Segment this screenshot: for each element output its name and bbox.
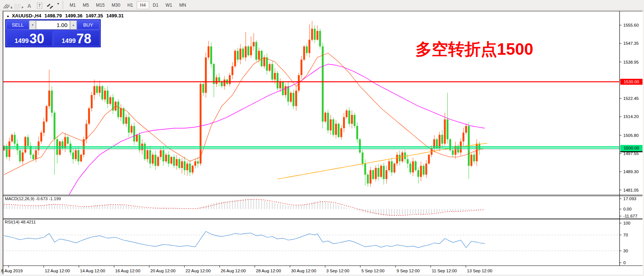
volume-input[interactable]: 1.00: [36, 20, 70, 30]
chinese-annotation: 多空转折点1500: [416, 38, 533, 60]
one-click-trading-panel: SELL ▼ 1.00 ▲ BUY 1499 30 1499 78: [5, 19, 101, 47]
quote-low: 1497.35: [86, 13, 103, 18]
rsi-tick-label: 30: [623, 249, 628, 253]
hatch-icon: [3, 3, 10, 9]
date-tick-label: 8 Aug 2019: [1, 269, 23, 273]
quote-close: 1499.31: [106, 13, 124, 18]
timeframe-mn[interactable]: MN: [176, 1, 190, 9]
toolbar: E F A T ▼ M1 M5 M15 M30 H1 H4 D1 W1 MN: [0, 0, 644, 10]
buy-price-pips: 78: [76, 31, 91, 47]
date-tick-label: 9 Sep 12:00: [397, 269, 420, 273]
dropdown-caret-icon[interactable]: ▼: [57, 2, 60, 6]
timeframe-m30[interactable]: M30: [109, 1, 124, 9]
mt4-window: { "toolbar": { "tools": [ {"name": "char…: [0, 0, 644, 276]
rsi-label: RSI(14) 48.4211: [5, 220, 36, 224]
date-tick-label: 22 Aug 12:00: [186, 269, 211, 273]
price-tick-label: 1489.30: [623, 169, 639, 174]
support-line[interactable]: [3, 148, 620, 148]
date-tick-label: 14 Aug 12:00: [80, 269, 105, 273]
timeframe-m1[interactable]: M1: [66, 1, 79, 9]
macd-values: -0.673 -1.199: [36, 196, 61, 201]
price-tick-label: 1522.45: [623, 96, 639, 101]
rsi-tick-label: 0: [623, 260, 625, 265]
sell-price-pips: 30: [29, 31, 44, 47]
macd-name: MACD(12,26,9): [5, 196, 34, 201]
volume-decrease-button[interactable]: ▼: [29, 20, 36, 30]
date-tick-label: 12 Aug 12:00: [45, 269, 70, 273]
rsi-line: [4, 232, 485, 248]
toolbar-separator: [63, 1, 63, 9]
buy-button[interactable]: BUY: [77, 20, 100, 30]
date-tick-label: 13 Sep 12:00: [467, 269, 492, 273]
date-tick-label: 26 Aug 12:00: [221, 269, 246, 273]
symbol-label: XAUUSD-,H4: [12, 13, 41, 18]
timeframe-m5[interactable]: M5: [80, 1, 93, 9]
support-price-text: 1500.00: [624, 146, 639, 150]
macd-tick-label: 0.00: [623, 207, 631, 211]
date-tick-label: 11 Sep 12:00: [432, 269, 457, 273]
price-tick-label: 1481.05: [623, 188, 639, 192]
timeframe-h4[interactable]: H4: [137, 1, 149, 9]
move-arrows-icon: [47, 3, 53, 9]
sell-price-main: 1499: [15, 34, 29, 48]
date-tick-label: 28 Aug 12:00: [256, 269, 281, 273]
macd-tick-label: -11.677: [623, 214, 637, 218]
quote-high: 1499.36: [65, 13, 83, 18]
boxed-t-glyph: T: [37, 3, 43, 9]
grid-tool-icon[interactable]: F: [14, 1, 23, 9]
buy-price-main: 1499: [62, 34, 76, 48]
macd-layer: [4, 199, 485, 216]
rsi-value: 48.4211: [21, 220, 36, 224]
tool-sub-f: F: [22, 6, 23, 9]
timeframe-m15[interactable]: M15: [93, 1, 108, 9]
price-tick-label: 1547.35: [623, 41, 639, 46]
sell-button[interactable]: SELL: [6, 20, 29, 30]
rsi-name: RSI(14): [5, 220, 20, 224]
resistance-line[interactable]: [3, 81, 620, 83]
date-tick-label: 3 Sep 12:00: [326, 269, 349, 273]
chart-edit-tool-icon[interactable]: E: [3, 1, 13, 9]
resistance-price-text: 1530.00: [624, 80, 639, 84]
timeframe-h1[interactable]: H1: [124, 1, 136, 9]
macd-label: MACD(12,26,9) -0.673 -1.199: [5, 196, 61, 201]
date-tick-label: 30 Aug 12:00: [291, 269, 316, 273]
chart-title: ▲XAUUSD-,H4 1498.79 1499.36 1497.35 1499…: [6, 13, 126, 18]
quote-open: 1498.79: [44, 13, 62, 18]
price-tick-label: 1514.20: [623, 114, 639, 119]
ma-slow-line: [57, 64, 484, 212]
sell-price-display[interactable]: 1499 30: [6, 30, 53, 46]
macd-signal-line: [4, 199, 485, 216]
tool-sub-e: E: [11, 6, 13, 9]
price-tick-label: 1555.60: [623, 23, 639, 27]
letter-a-glyph: A: [27, 3, 31, 9]
text-tool-icon[interactable]: A: [25, 1, 34, 9]
date-tick-label: 16 Aug 12:00: [115, 269, 140, 273]
move-tool-icon[interactable]: [46, 1, 54, 9]
rsi-tick-label: 70: [623, 233, 628, 237]
timeframe-d1[interactable]: D1: [150, 1, 162, 9]
rsi-tick-label: 100: [623, 221, 630, 225]
collapse-arrow-icon[interactable]: ▲: [6, 14, 10, 18]
rsi-layer: [3, 232, 619, 251]
date-tick-label: 5 Sep 12:00: [361, 269, 384, 273]
price-tick-label: 1505.80: [623, 133, 639, 138]
volume-increase-button[interactable]: ▲: [70, 20, 77, 30]
dotted-grid-icon: [14, 3, 21, 9]
macd-tick-label: 17.093: [623, 196, 636, 201]
buy-price-display[interactable]: 1499 78: [53, 30, 100, 46]
date-tick-label: 20 Aug 12:00: [150, 269, 176, 273]
timeframe-w1[interactable]: W1: [162, 1, 176, 9]
price-tick-label: 1538.95: [623, 60, 639, 64]
text-box-tool-icon[interactable]: T: [35, 1, 44, 9]
